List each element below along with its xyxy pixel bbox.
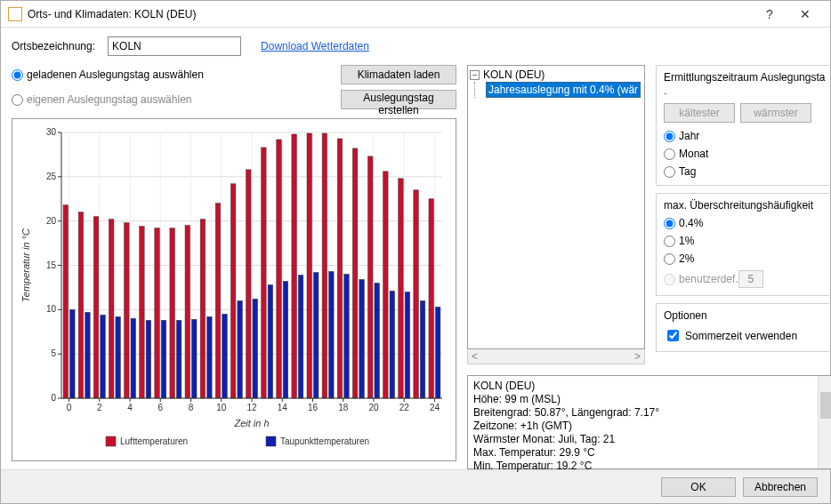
tree-root[interactable]: − KOLN (DEU): [470, 68, 642, 82]
freq-2-label: 2%: [679, 252, 694, 265]
period-month-label: Monat: [679, 148, 708, 160]
info-line: KOLN (DEU): [473, 380, 827, 393]
svg-rect-35: [78, 212, 83, 398]
frequency-group: max. Überschreitungshäufigkeit 0.4% 1% 2…: [656, 193, 831, 296]
period-month-radio[interactable]: [664, 148, 675, 160]
titlebar: Orts- und Klimadaten: KOLN (DEU) ? ✕: [1, 1, 830, 28]
window-title: Orts- und Klimadaten: KOLN (DEU): [28, 8, 752, 20]
freq-1-radio[interactable]: [664, 236, 675, 247]
svg-text:8: 8: [189, 403, 194, 412]
svg-text:Zeit in h: Zeit in h: [233, 418, 269, 428]
svg-text:6: 6: [157, 403, 163, 412]
dst-label: Sommerzeit verwenden: [685, 330, 797, 342]
freq-04-label: 0.4%: [679, 217, 703, 229]
period-group: Ermittlungszeitraum Auslegungsta - kälte…: [656, 65, 831, 186]
svg-rect-73: [283, 281, 287, 398]
scroll-left-icon[interactable]: <: [468, 350, 481, 363]
tree-root-label: KOLN (DEU): [483, 68, 545, 82]
svg-rect-64: [146, 320, 150, 398]
svg-text:18: 18: [338, 403, 349, 412]
svg-text:4: 4: [127, 403, 133, 412]
svg-text:Lufttemperaturen: Lufttemperaturen: [120, 436, 188, 446]
info-textbox[interactable]: KOLN (DEU) Höhe: 99 m (MSL) Breitengrad:…: [467, 375, 831, 469]
svg-rect-67: [192, 319, 197, 398]
ok-button[interactable]: OK: [661, 477, 736, 497]
svg-rect-63: [131, 318, 135, 398]
svg-rect-49: [292, 134, 296, 398]
download-weather-link[interactable]: Download Wetterdaten: [261, 40, 369, 52]
info-vscroll[interactable]: [818, 376, 831, 468]
radio-own-day[interactable]: [12, 94, 23, 106]
left-controls: geladenen Auslegungstag auswählen Klimad…: [12, 65, 456, 109]
close-button[interactable]: ✕: [787, 7, 823, 21]
svg-rect-66: [176, 320, 181, 398]
svg-rect-48: [277, 140, 281, 398]
svg-rect-54: [367, 156, 372, 398]
options-group-title: Optionen: [664, 309, 826, 322]
warmest-button[interactable]: wärmster: [740, 103, 811, 123]
help-button[interactable]: ?: [752, 7, 787, 21]
svg-rect-62: [116, 316, 120, 398]
radio-loaded-day-label: geladenen Auslegungstag auswählen: [27, 68, 204, 81]
svg-rect-69: [222, 314, 227, 398]
location-tree[interactable]: − KOLN (DEU) Jahresauslegung mit 0.4% (w…: [467, 65, 645, 349]
info-line: Breitengrad: 50.87°, Längengrad: 7.17°: [473, 406, 827, 420]
svg-rect-60: [85, 312, 90, 398]
svg-rect-44: [215, 204, 220, 398]
svg-text:16: 16: [308, 403, 319, 412]
scroll-right-icon[interactable]: >: [631, 350, 644, 363]
svg-rect-47: [262, 148, 266, 398]
svg-text:20: 20: [368, 403, 379, 412]
svg-rect-40: [155, 228, 159, 398]
svg-rect-50: [307, 133, 311, 398]
svg-rect-72: [268, 284, 272, 398]
svg-rect-68: [207, 316, 212, 398]
tree-hscroll[interactable]: < >: [467, 349, 645, 364]
period-day-label: Tag: [679, 165, 696, 178]
svg-rect-38: [125, 223, 129, 398]
svg-rect-71: [253, 299, 257, 398]
svg-text:30: 30: [46, 127, 57, 137]
load-climate-button[interactable]: Klimadaten laden: [341, 65, 456, 84]
dialog-footer: OK Abbrechen: [1, 469, 830, 503]
location-input[interactable]: [108, 36, 241, 56]
info-line: Zeitzone: +1h (GMT): [473, 420, 827, 433]
freq-04-radio[interactable]: [664, 218, 675, 229]
coldest-button[interactable]: kältester: [664, 103, 735, 123]
svg-text:10: 10: [46, 304, 57, 314]
freq-2-radio[interactable]: [664, 253, 675, 265]
svg-rect-56: [399, 179, 403, 398]
svg-text:0: 0: [67, 403, 72, 412]
create-layout-day-button[interactable]: Auslegungstag erstellen: [341, 90, 456, 109]
period-day-radio[interactable]: [664, 166, 675, 178]
svg-rect-116: [266, 436, 276, 446]
svg-rect-42: [185, 226, 190, 398]
svg-text:10: 10: [216, 403, 227, 412]
app-icon: [8, 7, 22, 21]
svg-text:12: 12: [246, 403, 257, 412]
radio-own-day-label: eigenen Auslegungstag auswählen: [27, 93, 191, 106]
collapse-icon[interactable]: −: [470, 70, 480, 80]
svg-text:14: 14: [278, 403, 288, 412]
svg-text:24: 24: [430, 403, 440, 412]
svg-rect-59: [70, 309, 75, 398]
tree-child[interactable]: Jahresauslegung mit 0.4% (wär: [486, 82, 642, 98]
info-line: Min. Temperatur: 19.2 °C: [473, 460, 827, 473]
svg-rect-46: [246, 170, 251, 398]
cancel-button[interactable]: Abbrechen: [743, 477, 818, 497]
svg-text:20: 20: [46, 216, 57, 226]
svg-rect-34: [63, 205, 68, 398]
svg-rect-82: [420, 300, 424, 398]
svg-text:5: 5: [51, 348, 56, 358]
svg-rect-77: [344, 274, 349, 398]
svg-rect-83: [435, 307, 440, 398]
dst-checkbox[interactable]: [667, 330, 679, 341]
svg-rect-41: [170, 228, 174, 398]
svg-rect-76: [329, 271, 334, 398]
period-dash: -: [664, 87, 826, 100]
svg-rect-36: [93, 217, 98, 398]
svg-text:22: 22: [399, 403, 410, 412]
period-year-radio[interactable]: [664, 131, 675, 142]
radio-loaded-day[interactable]: [12, 69, 23, 81]
svg-rect-52: [337, 139, 342, 398]
